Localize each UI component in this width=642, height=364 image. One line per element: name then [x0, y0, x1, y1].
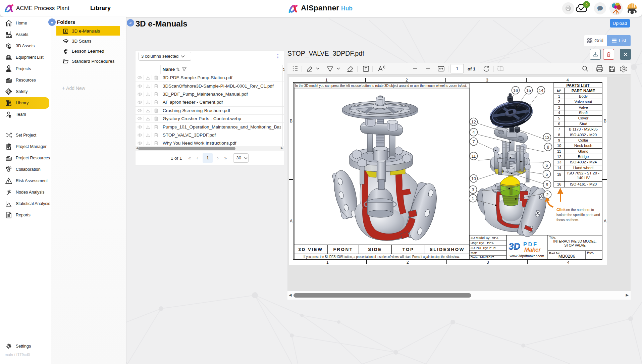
svg-text:of 1: of 1 — [468, 66, 475, 71]
svg-text:2: 2 — [558, 100, 560, 104]
svg-text:Collar: Collar — [578, 138, 588, 142]
svg-text:STOP VALVE: STOP VALVE — [564, 243, 585, 247]
svg-text:12: 12 — [557, 155, 561, 159]
svg-text:isolate the specific parts and: isolate the specific parts and — [556, 213, 600, 217]
svg-text:SLIDESHOW: SLIDESHOW — [430, 247, 465, 252]
svg-text:Rev:: Rev: — [587, 251, 594, 254]
svg-text:3D PDF By:: 3D PDF By: — [471, 246, 488, 250]
svg-text:Body: Body — [579, 94, 588, 98]
svg-text:13: 13 — [545, 135, 549, 140]
svg-text:16: 16 — [557, 182, 561, 186]
svg-text:Date: 24/4/2017: Date: 24/4/2017 — [471, 255, 494, 259]
svg-text:DEA: DEA — [487, 241, 494, 245]
svg-text:8: 8 — [547, 145, 549, 150]
svg-text:6: 6 — [558, 122, 560, 126]
svg-text:Valve: Valve — [579, 105, 588, 109]
svg-text:B: B — [604, 119, 606, 123]
svg-text:15: 15 — [526, 88, 531, 93]
svg-text:3D: 3D — [508, 241, 521, 251]
svg-text:9: 9 — [546, 183, 548, 187]
svg-text:FRONT: FRONT — [333, 247, 353, 252]
svg-text:3: 3 — [486, 78, 488, 83]
svg-text:Stud: Stud — [579, 122, 587, 126]
svg-text:Dsgn By:: Dsgn By: — [471, 241, 484, 245]
svg-text:Valve seat: Valve seat — [575, 100, 592, 104]
svg-text:Shaft: Shaft — [579, 111, 588, 115]
svg-text:10: 10 — [471, 176, 476, 181]
svg-text:3: 3 — [487, 260, 489, 265]
svg-text:6: 6 — [546, 163, 548, 168]
svg-text:Gland: Gland — [578, 149, 588, 153]
svg-text:11: 11 — [557, 149, 561, 153]
svg-text:3D VIEW: 3D VIEW — [298, 247, 323, 252]
svg-text:14: 14 — [557, 166, 561, 170]
svg-text:140 HV: 140 HV — [577, 176, 590, 180]
svg-text:B 1173 - M20x35: B 1173 - M20x35 — [569, 127, 598, 131]
svg-text:ISO 4032 - M20: ISO 4032 - M20 — [570, 133, 597, 137]
svg-text:5: 5 — [558, 116, 560, 120]
svg-text:SAFETY: SAFETY — [6, 91, 11, 93]
svg-text:on the numbers to: on the numbers to — [566, 208, 594, 212]
svg-text:Mat:: Mat: — [471, 251, 477, 255]
svg-text:7: 7 — [473, 140, 475, 144]
svg-text:focus on them.: focus on them. — [556, 218, 579, 222]
svg-text:4: 4 — [567, 260, 570, 265]
svg-text:If you press the SLIDESHOW but: If you press the SLIDESHOW button, a pre… — [304, 255, 460, 259]
svg-text:9: 9 — [558, 138, 560, 142]
svg-text:DEA: DEA — [492, 236, 499, 240]
svg-text:Bridge: Bridge — [578, 155, 589, 159]
svg-text:3: 3 — [472, 188, 474, 192]
svg-text:www.3dpdfmaker.com: www.3dpdfmaker.com — [510, 254, 544, 258]
svg-text:ISO 4032 - M24: ISO 4032 - M24 — [570, 160, 597, 164]
svg-text:Hand wheel: Hand wheel — [573, 166, 593, 170]
svg-text:11: 11 — [472, 154, 476, 159]
svg-text:SIDE: SIDE — [368, 247, 382, 252]
svg-text:INTERACTIVE 3D MODEL,: INTERACTIVE 3D MODEL, — [553, 239, 597, 243]
svg-text:B: B — [290, 119, 292, 123]
svg-text:In the 3D model you can press: In the 3D model you can press the left m… — [295, 84, 467, 88]
svg-text:Click: Click — [556, 208, 566, 212]
svg-text:PART NAME: PART NAME — [572, 89, 595, 93]
svg-text:MB0286: MB0286 — [558, 254, 575, 259]
svg-text:1: 1 — [558, 94, 560, 98]
svg-text:7: 7 — [558, 127, 560, 131]
svg-text:N°: N° — [557, 89, 561, 93]
svg-text:1: 1 — [472, 196, 474, 201]
svg-text:15: 15 — [557, 172, 561, 176]
svg-text:1: 1 — [326, 260, 329, 265]
svg-text:2: 2 — [546, 193, 549, 197]
svg-text:A: A — [290, 219, 292, 223]
svg-text:TOP: TOP — [402, 247, 414, 252]
svg-text:Title:: Title: — [549, 236, 556, 239]
svg-text:A: A — [604, 219, 606, 223]
svg-text:E. R.: E. R. — [489, 246, 497, 250]
svg-text:PARTS LIST: PARTS LIST — [566, 83, 590, 88]
svg-text:3: 3 — [558, 105, 560, 109]
svg-text:ISO 4161 - M20: ISO 4161 - M20 — [570, 182, 597, 186]
svg-text:13: 13 — [557, 160, 561, 164]
svg-text:1: 1 — [456, 66, 458, 71]
svg-text:12: 12 — [471, 120, 476, 124]
svg-text:8: 8 — [558, 133, 560, 137]
svg-text:16: 16 — [513, 88, 518, 93]
svg-text:4: 4 — [567, 78, 569, 83]
svg-text:Cover: Cover — [578, 116, 589, 120]
svg-text:1: 1 — [325, 78, 328, 83]
svg-text:4: 4 — [473, 130, 475, 135]
svg-text:Neck bush: Neck bush — [574, 144, 592, 148]
svg-text:ISO 7092 - ST 20 -: ISO 7092 - ST 20 - — [567, 171, 599, 175]
svg-text:Maker: Maker — [524, 247, 541, 253]
svg-text:3D Model By:: 3D Model By: — [471, 236, 490, 240]
svg-text:2: 2 — [406, 78, 408, 83]
svg-text:4: 4 — [558, 111, 560, 115]
svg-text:10: 10 — [557, 144, 561, 148]
svg-text:5: 5 — [546, 172, 548, 177]
svg-text:2: 2 — [407, 260, 409, 265]
svg-text:14: 14 — [539, 88, 543, 93]
